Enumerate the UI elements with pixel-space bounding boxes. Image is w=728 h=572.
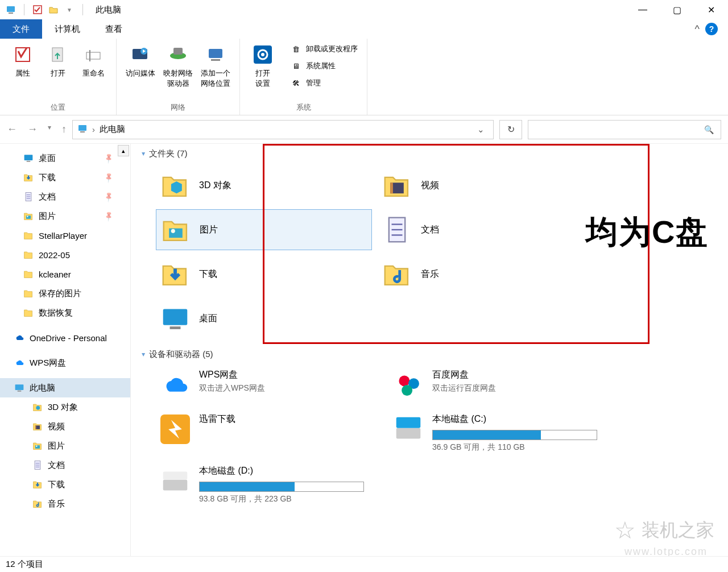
folder-icon xyxy=(23,268,34,280)
recent-button[interactable]: ▾ xyxy=(48,123,51,135)
up-button[interactable]: ↑ xyxy=(61,123,67,135)
device-2[interactable]: 迅雷下载 xyxy=(156,410,383,456)
sidebar-item-5[interactable]: 2022-05 xyxy=(0,245,130,264)
svg-rect-0 xyxy=(7,6,15,12)
folder-desktop[interactable]: 桌面 xyxy=(156,298,372,339)
sidebar-item-13[interactable]: 视频 xyxy=(0,417,130,436)
sysprops-icon: 🖥 xyxy=(290,60,301,72)
svg-rect-1 xyxy=(9,13,13,14)
refresh-button[interactable]: ↻ xyxy=(499,120,522,139)
media-button[interactable]: 访问媒体 xyxy=(126,43,155,100)
device-1[interactable]: 百度网盘双击运行百度网盘 xyxy=(389,366,617,404)
picture-icon xyxy=(32,440,43,451)
breadcrumb-dropdown[interactable]: ⌄ xyxy=(473,125,489,135)
breadcrumb[interactable]: › 此电脑 ⌄ xyxy=(72,120,494,139)
folder-icon[interactable] xyxy=(48,5,59,15)
svg-rect-11 xyxy=(209,49,222,58)
scroll-up-button[interactable]: ▴ xyxy=(118,145,129,156)
back-button[interactable]: ← xyxy=(7,123,17,135)
sidebar-item-17[interactable]: 音乐 xyxy=(0,494,130,513)
watermark: ☆装机之家 xyxy=(614,516,714,544)
svg-rect-16 xyxy=(78,125,86,131)
svg-rect-12 xyxy=(211,59,220,61)
manage-button[interactable]: 🛠管理 xyxy=(290,77,358,89)
sidebar-item-11[interactable]: 此电脑 xyxy=(0,378,130,397)
window-title: 此电脑 xyxy=(96,5,121,15)
tab-view[interactable]: 查看 xyxy=(93,19,135,39)
tab-file[interactable]: 文件 xyxy=(0,19,42,39)
ribbon-tabs: 文件 计算机 查看 ^ ? xyxy=(0,19,728,39)
svg-rect-17 xyxy=(80,131,85,132)
picture-icon xyxy=(23,210,34,222)
mapdrive-button[interactable]: 映射网络 驱动器 xyxy=(163,43,193,100)
svg-rect-27 xyxy=(18,391,22,392)
sysprops-button[interactable]: 🖥系统属性 xyxy=(290,60,358,72)
svg-rect-37 xyxy=(390,183,393,193)
sidebar-item-7[interactable]: 保存的图片 xyxy=(0,284,130,303)
addlocation-button[interactable]: 添加一个 网络位置 xyxy=(201,43,230,100)
svg-rect-10 xyxy=(173,48,183,55)
sidebar-item-16[interactable]: 下载 xyxy=(0,475,130,494)
minimize-button[interactable]: — xyxy=(626,0,660,19)
ribbon: 属性 打开 重命名 位置 访问媒体 映射网络 驱动器 xyxy=(0,39,728,115)
sidebar-item-6[interactable]: kcleaner xyxy=(0,264,130,284)
disk-usage-bar xyxy=(199,482,364,492)
sidebar-item-8[interactable]: 数据恢复 xyxy=(0,303,130,322)
properties-button[interactable]: 属性 xyxy=(9,43,36,100)
desktop-icon xyxy=(159,302,191,334)
dropdown-icon[interactable]: ▼ xyxy=(64,5,75,15)
sidebar-item-14[interactable]: 图片 xyxy=(0,436,130,455)
svg-rect-44 xyxy=(163,309,188,325)
svg-point-46 xyxy=(399,375,410,386)
uninstall-button[interactable]: 🗑卸载或更改程序 xyxy=(290,43,358,55)
document-icon xyxy=(32,459,43,471)
folder-download[interactable]: 下载 xyxy=(156,254,372,295)
folder-document[interactable]: 文档 xyxy=(378,209,594,250)
device-4[interactable]: 本地磁盘 (D:)93.8 GB 可用，共 223 GB xyxy=(156,462,383,508)
sidebar-item-0[interactable]: 桌面 xyxy=(0,148,130,168)
picture-icon xyxy=(160,214,192,246)
folder-picture[interactable]: 图片 xyxy=(156,209,372,250)
sidebar-item-2[interactable]: 文档 xyxy=(0,187,130,206)
close-button[interactable]: ✕ xyxy=(694,0,728,19)
checkbox-icon[interactable] xyxy=(32,5,43,15)
music-icon xyxy=(32,498,43,509)
folder-3d[interactable]: 3D 对象 xyxy=(156,165,372,206)
collapse-ribbon-icon[interactable]: ^ xyxy=(695,23,700,35)
open-button[interactable]: 打开 xyxy=(44,43,72,100)
breadcrumb-location[interactable]: 此电脑 xyxy=(100,124,125,135)
sidebar-item-4[interactable]: StellarPlayer xyxy=(0,226,130,245)
folder-music[interactable]: 音乐 xyxy=(378,254,594,295)
document-icon xyxy=(381,214,413,246)
device-3[interactable]: 本地磁盘 (C:)36.9 GB 可用，共 110 GB xyxy=(389,410,617,456)
sidebar-item-12[interactable]: 3D 对象 xyxy=(0,397,130,417)
annotation-text: 均为C盘 xyxy=(586,211,709,254)
rename-button[interactable]: 重命名 xyxy=(80,43,107,100)
sidebar-item-9[interactable]: OneDrive - Personal xyxy=(0,328,130,347)
sidebar-item-10[interactable]: WPS网盘 xyxy=(0,353,130,372)
group-header-devices[interactable]: ▸设备和驱动器 (5) xyxy=(142,349,717,360)
sidebar-item-1[interactable]: 下载 xyxy=(0,168,130,187)
addlocation-icon xyxy=(204,43,227,66)
music-icon xyxy=(381,258,413,290)
sidebar-item-15[interactable]: 文档 xyxy=(0,455,130,475)
help-icon[interactable]: ? xyxy=(705,23,718,35)
svg-rect-19 xyxy=(27,161,31,162)
mapdrive-icon xyxy=(167,43,189,66)
svg-rect-18 xyxy=(24,155,33,160)
settings-button[interactable]: 打开 设置 xyxy=(249,43,276,100)
maximize-button[interactable]: ▢ xyxy=(660,0,694,19)
uninstall-icon: 🗑 xyxy=(290,43,301,55)
tab-computer[interactable]: 计算机 xyxy=(42,19,93,39)
folder-video[interactable]: 视频 xyxy=(378,165,594,206)
sidebar-item-3[interactable]: 图片 xyxy=(0,206,130,226)
group-header-folders[interactable]: ▸文件夹 (7) xyxy=(142,148,717,159)
device-0[interactable]: WPS网盘双击进入WPS网盘 xyxy=(156,366,383,404)
forward-button[interactable]: → xyxy=(27,123,38,135)
svg-rect-29 xyxy=(35,425,36,429)
pc-icon xyxy=(77,123,88,135)
folder-icon xyxy=(23,288,34,299)
media-icon xyxy=(129,43,152,66)
svg-point-31 xyxy=(36,446,37,447)
search-input[interactable]: 🔍 xyxy=(528,120,721,139)
